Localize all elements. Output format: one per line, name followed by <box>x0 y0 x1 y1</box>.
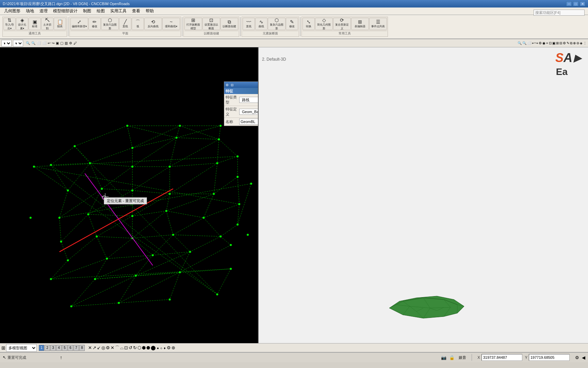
slow-curve-btn[interactable]: ~ 缓和曲线▾ <box>162 18 180 30</box>
modify-btn[interactable]: ✏ 修改 <box>88 18 101 30</box>
tool-icon-5[interactable]: ⚙ <box>106 345 110 350</box>
status-tool-2[interactable]: 🔒 <box>449 355 455 360</box>
tool-icon-18[interactable]: ⬧ <box>163 345 166 350</box>
event-list-btn[interactable]: ☰ 事件点列表 <box>369 18 387 30</box>
view-icon-3[interactable]: ⬜ <box>37 41 41 45</box>
tool-icon-1[interactable]: ✕ <box>88 345 92 350</box>
standard-btn[interactable]: ▣ 标准 <box>29 18 41 30</box>
open-cross-model-btn[interactable]: ⊞ 打开纵断面模型 <box>184 18 202 30</box>
right-icon-4[interactable]: ↩ <box>532 41 535 45</box>
tab-3[interactable]: 3 <box>50 345 56 351</box>
view-select-1[interactable]: ▾ <box>1 40 12 47</box>
status-tool-1[interactable]: 📷 <box>441 355 446 360</box>
right-icon-10[interactable]: ▣ <box>552 41 555 45</box>
right-icon-12[interactable]: ⊟ <box>559 41 562 45</box>
tool-icon-7[interactable]: ⌒ <box>115 345 119 351</box>
bottom-icon-left[interactable]: ⊞ <box>1 345 5 351</box>
view-icon-5[interactable]: ↩ <box>48 41 50 45</box>
right-icon-15[interactable]: ⧉ <box>570 41 572 45</box>
tool-icon-9[interactable]: ⊡ <box>124 345 128 350</box>
menu-item-view[interactable]: 查看 <box>129 7 143 15</box>
tab-4[interactable]: 4 <box>56 345 62 351</box>
props-dialog-expand[interactable]: 特征 ▲ <box>224 88 259 94</box>
right-icon-16[interactable]: ⊕ <box>573 41 576 45</box>
minimize-button[interactable]: ─ <box>566 1 572 6</box>
tool-icon-14[interactable]: ⬣ <box>146 345 150 350</box>
view-select-2[interactable]: ▾ <box>13 40 23 47</box>
tab-2[interactable]: 2 <box>45 345 50 351</box>
offset-move-btn[interactable]: ⤢ 偏移和新变▾ <box>70 18 88 30</box>
right-icon-18[interactable]: ◈ <box>580 41 583 45</box>
right-icon-5[interactable]: ↪ <box>535 41 538 45</box>
tool-icon-10[interactable]: ↺ <box>129 345 132 350</box>
menu-item-road[interactable]: 道理 <box>37 7 50 15</box>
tool-icon-19[interactable]: ⚙ <box>167 345 171 350</box>
tool-icon-2[interactable]: ↗ <box>93 345 96 350</box>
simplify-geom-btn[interactable]: ◇ 简化几何图形 <box>315 18 333 30</box>
tool-icon-17[interactable]: ⬦ <box>160 345 163 350</box>
view-icon-4[interactable]: ⬜ <box>42 41 46 45</box>
view-icon-7[interactable]: ▣ <box>56 41 59 45</box>
right-icon-17[interactable]: ⊖ <box>576 41 579 45</box>
viewport-2d[interactable]: 定位元素 - 重置可完成 ⚙ ⊟ ─ ✕ 特征 ▲ 特征类型 路线 <box>0 47 259 343</box>
menu-item-geometry[interactable]: 几何图形 <box>1 7 23 15</box>
right-icon-14[interactable]: ✎ <box>567 41 569 45</box>
menu-item-help[interactable]: 帮助 <box>143 7 157 15</box>
tool-icon-16[interactable]: ⬥ <box>157 345 159 350</box>
spiral-hexagon-btn[interactable]: ⬡ 复杂六边图形 <box>101 18 119 30</box>
element-cross-straightline-btn[interactable]: 〰 直线 <box>243 18 255 30</box>
element-cross-spiral-btn[interactable]: ⬡ 复杂六边图形 <box>268 18 285 30</box>
right-icon-8[interactable]: ⌖ <box>546 41 548 45</box>
right-icon-19[interactable]: ⋮ <box>583 41 587 45</box>
name-value[interactable] <box>239 119 259 125</box>
model-view-select[interactable]: 多模型视图 <box>6 344 37 352</box>
feature-def-value[interactable]: Geom_Baseline <box>239 109 259 115</box>
tool-icon-20[interactable]: ⊛ <box>172 345 175 350</box>
right-icon-9[interactable]: ⊡ <box>549 41 552 45</box>
right-icon-11[interactable]: ⊞ <box>556 41 559 45</box>
earth-cut-btn[interactable]: ⛏ 土木切割 <box>41 18 53 30</box>
tab-5[interactable]: 5 <box>62 345 67 351</box>
menu-item-site[interactable]: 场地 <box>23 7 37 15</box>
y-coord-field[interactable]: 197719.68505 <box>529 354 570 361</box>
right-icon-3[interactable]: ⬜ <box>527 41 531 45</box>
x-coord-field[interactable]: 319737.84487 <box>481 354 522 361</box>
right-icon-7[interactable]: ◉ <box>542 41 545 45</box>
tool-icon-12[interactable]: ⬡ <box>137 345 141 350</box>
cross-create-btn[interactable]: ⧉ 以断面创建 <box>220 18 238 30</box>
tab-8[interactable]: 8 <box>79 345 85 351</box>
design-elements-btn[interactable]: ◈ 设计元素▾ <box>16 18 28 30</box>
view-icon-8[interactable]: ▢ <box>60 41 63 45</box>
tool-icon-6[interactable]: ✕ <box>111 345 114 350</box>
right-icon-2[interactable]: 🔍 <box>522 41 526 45</box>
tab-1[interactable]: 1 <box>39 345 44 351</box>
view-icon-10[interactable]: ⚙ <box>69 41 72 45</box>
tool-icon-13[interactable]: ⬢ <box>142 345 146 350</box>
arc-btn[interactable]: ⌒ 弧 <box>132 18 144 30</box>
tool-icon-11[interactable]: ↻ <box>133 345 137 350</box>
set-activate-cross-btn[interactable]: ⊡ 设置激活以断面 <box>202 18 220 30</box>
view-icon-1[interactable]: 🔍 <box>26 41 30 45</box>
tool-icon-8[interactable]: ⌓ <box>120 345 124 351</box>
menu-item-utilities[interactable]: 实用工具 <box>108 7 129 15</box>
feature-def-select[interactable]: Geom_Baseline <box>241 109 259 114</box>
feature-type-select[interactable]: 路线 <box>241 97 259 102</box>
surface-editor-btn[interactable]: ⊞ 表编辑器 <box>351 18 369 30</box>
maximize-button[interactable]: □ <box>573 1 578 6</box>
view-icon-11[interactable]: 🖊 <box>74 41 77 45</box>
feature-type-value[interactable]: 路线 <box>239 97 259 103</box>
menu-item-plot[interactable]: 绘图 <box>94 7 108 15</box>
status-right-icon-2[interactable]: ◀ <box>582 355 585 360</box>
tab-6[interactable]: 6 <box>68 345 73 351</box>
status-right-icon-1[interactable]: ⚙ <box>575 355 579 360</box>
right-icon-13[interactable]: ⚙ <box>563 41 566 45</box>
report-btn[interactable]: 📋 报表 <box>54 18 66 30</box>
tab-7[interactable]: 7 <box>74 345 79 351</box>
view-icon-9[interactable]: ▥ <box>65 41 68 45</box>
tool-icon-3[interactable]: ↙ <box>97 345 101 350</box>
search-box[interactable]: 搜索功能区[F4] <box>534 10 585 16</box>
name-input[interactable] <box>241 120 259 124</box>
element-cross-modify-btn[interactable]: ✎ 修改 <box>286 18 298 30</box>
reverse-curve-btn[interactable]: ⟲ 反向曲线 <box>144 18 162 30</box>
element-cross-curve-btn[interactable]: ∿ 曲线 <box>255 18 267 30</box>
